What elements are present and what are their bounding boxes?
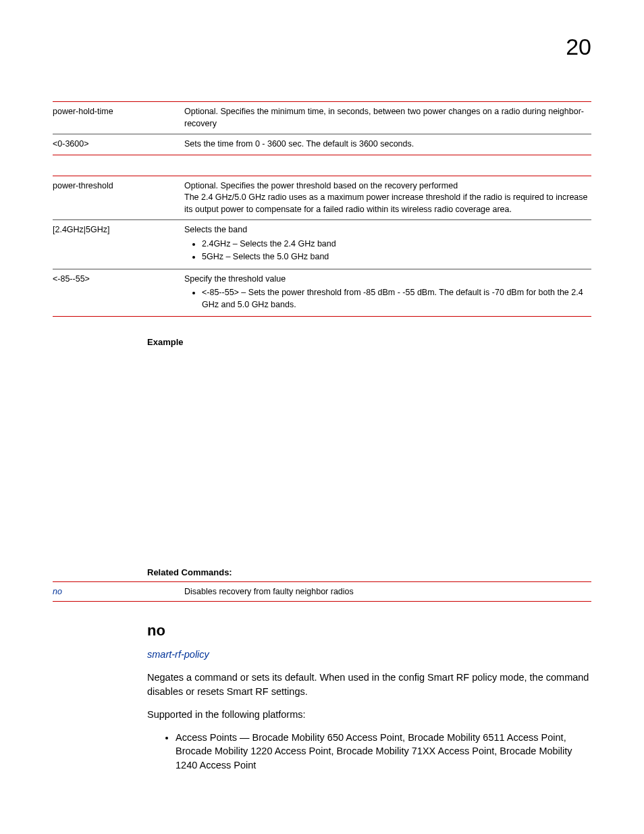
param-name: <0-3600>: [53, 134, 184, 155]
example-section: Example: [147, 337, 591, 347]
related-commands-label: Related Commands:: [147, 567, 591, 577]
bullet-list: <-85--55> – Sets the power threshold fro…: [202, 287, 589, 311]
list-item: <-85--55> – Sets the power threshold fro…: [202, 287, 589, 311]
no-command-section: no smart-rf-policy Negates a command or …: [147, 622, 591, 772]
table-row: <-85--55> Specify the threshold value <-…: [53, 269, 591, 317]
param-name: <-85--55>: [53, 269, 184, 317]
table-row: no Disables recovery from faulty neighbo…: [53, 582, 591, 602]
param-desc: Sets the time from 0 - 3600 sec. The def…: [184, 134, 591, 155]
table-row: power-threshold Optional. Specifies the …: [53, 176, 591, 220]
param-name: [2.4GHz|5GHz]: [53, 220, 184, 269]
body-paragraph: Supported in the following platforms:: [147, 708, 591, 721]
param-desc: Optional. Specifies the minimum time, in…: [184, 102, 591, 134]
chapter-number: 20: [566, 34, 591, 60]
list-item: 5GHz – Selects the 5.0 GHz band: [202, 251, 589, 263]
desc-intro: Selects the band: [184, 225, 247, 234]
parameters-table-1: power-hold-time Optional. Specifies the …: [53, 101, 591, 155]
related-cmd-link[interactable]: no: [53, 582, 184, 602]
related-commands-section: Related Commands:: [147, 567, 591, 577]
related-cmd-desc: Disables recovery from faulty neighbor r…: [184, 582, 591, 602]
link-text: no: [53, 587, 62, 596]
list-item: Access Points — Brocade Mobility 650 Acc…: [176, 731, 591, 772]
desc-intro: Specify the threshold value: [184, 274, 286, 284]
context-link[interactable]: smart-rf-policy: [147, 649, 209, 660]
table-row: [2.4GHz|5GHz] Selects the band 2.4GHz – …: [53, 220, 591, 269]
list-item: 2.4GHz – Selects the 2.4 GHz band: [202, 238, 589, 251]
related-commands-table: no Disables recovery from faulty neighbo…: [53, 581, 591, 602]
param-desc: Specify the threshold value <-85--55> – …: [184, 269, 591, 317]
table-row: power-hold-time Optional. Specifies the …: [53, 102, 591, 134]
desc-line: The 2.4 GHz/5.0 GHz radio uses as a maxi…: [184, 192, 589, 215]
parameters-table-2: power-threshold Optional. Specifies the …: [53, 176, 591, 317]
param-name: power-hold-time: [53, 102, 184, 134]
body-paragraph: Negates a command or sets its default. W…: [147, 671, 591, 698]
platform-list: Access Points — Brocade Mobility 650 Acc…: [176, 731, 591, 772]
param-desc: Selects the band 2.4GHz – Selects the 2.…: [184, 220, 591, 269]
desc-line: Optional. Specifies the power threshold …: [184, 180, 589, 192]
page-content: power-hold-time Optional. Specifies the …: [53, 101, 591, 772]
param-name: power-threshold: [53, 176, 184, 220]
command-heading: no: [147, 622, 591, 640]
example-label: Example: [147, 337, 591, 347]
table-row: <0-3600> Sets the time from 0 - 3600 sec…: [53, 134, 591, 155]
bullet-list: 2.4GHz – Selects the 2.4 GHz band 5GHz –…: [202, 238, 589, 263]
param-desc: Optional. Specifies the power threshold …: [184, 176, 591, 220]
